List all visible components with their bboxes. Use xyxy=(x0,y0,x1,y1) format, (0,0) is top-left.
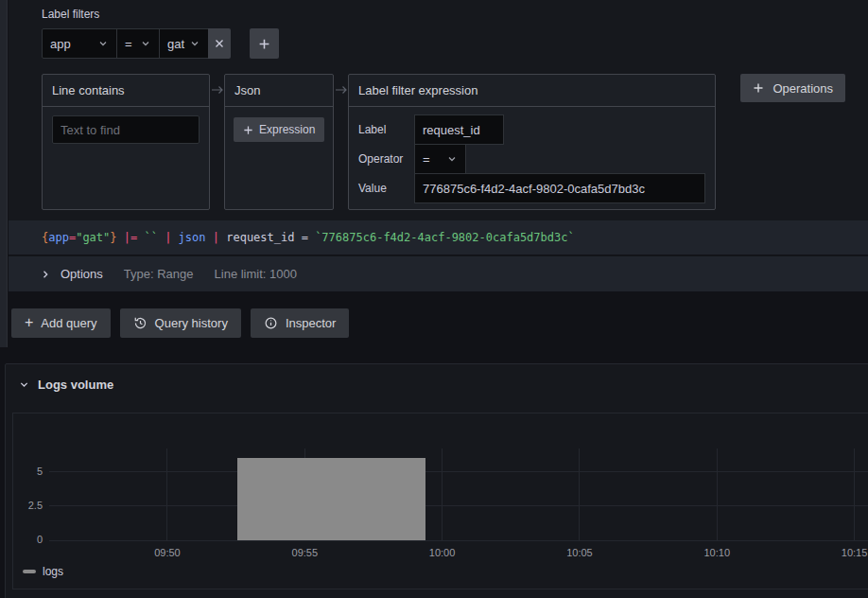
query-token: json xyxy=(179,231,206,244)
query-options-row[interactable]: Options Type: Range Line limit: 1000 xyxy=(9,255,868,291)
x-gridline xyxy=(442,448,443,540)
raw-query-band: {app="gat"} |= `` | json | request_id = … xyxy=(9,220,868,255)
label-field-input[interactable]: request_id xyxy=(414,114,504,145)
plus-icon: + xyxy=(25,315,33,330)
pipeline-arrow-icon xyxy=(210,74,224,106)
pipeline-arrow-icon xyxy=(334,74,348,106)
logs-volume-header[interactable]: Logs volume xyxy=(19,378,113,392)
chart-legend[interactable]: logs xyxy=(23,565,63,578)
label-operator-value: = xyxy=(125,37,132,51)
value-field-label: Value xyxy=(358,182,414,195)
value-field-row: Value 776875c6-f4d2-4acf-9802-0cafa5d7bd… xyxy=(358,173,705,203)
operation-card-json: Json Expression xyxy=(224,74,334,210)
add-operations-button[interactable]: Operations xyxy=(740,74,845,102)
chevron-down-icon xyxy=(189,38,200,49)
x-axis-tick-label: 09:50 xyxy=(154,547,181,558)
query-token: |= xyxy=(124,231,137,244)
operator-select[interactable]: = xyxy=(414,144,466,174)
query-token: "gat" xyxy=(76,231,110,244)
query-editor-section: Label filters app = gat Line xyxy=(0,0,868,347)
query-token xyxy=(117,231,124,244)
operator-field-row: Operator = xyxy=(358,144,705,174)
add-expression-button[interactable]: Expression xyxy=(234,117,324,142)
close-icon xyxy=(214,38,225,49)
query-token xyxy=(171,231,178,244)
query-row-gutter xyxy=(0,0,8,347)
label-name-value: app xyxy=(50,37,71,51)
label-value-select[interactable]: gat xyxy=(159,28,209,59)
y-gridline xyxy=(49,471,868,472)
x-gridline xyxy=(166,448,167,540)
query-token xyxy=(206,231,213,244)
chevron-down-icon xyxy=(97,38,109,49)
label-value-value: gat xyxy=(167,37,184,51)
legend-series-marker xyxy=(23,570,36,573)
query-builder: Label filters app = gat Line xyxy=(9,0,868,220)
panel-title: Logs volume xyxy=(38,378,113,392)
query-token: app xyxy=(48,231,69,244)
label-operator-select[interactable]: = xyxy=(116,28,160,59)
plus-icon xyxy=(243,125,253,135)
options-type: Type: Range xyxy=(124,267,194,281)
chevron-down-icon xyxy=(446,153,458,165)
plus-icon xyxy=(258,38,270,50)
operation-card-label-filter-expression: Label filter expression Label request_id… xyxy=(348,74,716,210)
x-axis-tick-label: 10:00 xyxy=(429,547,456,558)
x-axis-tick-label: 10:15 xyxy=(842,547,868,558)
logs-volume-panel: Logs volume logs 02.5509:5009:5510:0010:… xyxy=(5,363,868,598)
query-token: `` xyxy=(144,231,157,244)
logs-volume-bar[interactable] xyxy=(237,458,425,540)
y-gridline xyxy=(49,505,868,506)
remove-label-filter-button[interactable] xyxy=(208,28,231,59)
label-field-label: Label xyxy=(358,123,414,136)
inspector-button[interactable]: Inspector xyxy=(251,308,349,338)
logs-volume-chart[interactable]: logs 02.5509:5009:5510:0010:0510:1010:15 xyxy=(12,413,868,589)
operation-pipeline: Line contains Json Expression xyxy=(42,74,716,210)
query-token: request_id xyxy=(226,231,294,244)
info-icon xyxy=(264,316,278,330)
x-axis-tick-label: 09:55 xyxy=(292,547,319,558)
x-gridline xyxy=(854,448,855,540)
label-field-row: Label request_id xyxy=(358,114,705,145)
x-axis-tick-label: 10:10 xyxy=(703,547,730,558)
explore-toolbar: + Add query Query history Inspector xyxy=(11,308,349,338)
y-axis-tick-label: 0 xyxy=(13,534,43,545)
query-token: | xyxy=(213,231,219,244)
label-filter-row: app = gat xyxy=(42,28,279,59)
query-token: `776875c6-f4d2-4acf-9802-0cafa5d7bd3c` xyxy=(315,231,575,244)
query-token: } xyxy=(110,231,116,244)
raw-query-text[interactable]: {app="gat"} |= `` | json | request_id = … xyxy=(42,220,860,255)
y-gridline xyxy=(49,540,868,541)
line-contains-input[interactable] xyxy=(52,115,200,144)
label-filters-title: Label filters xyxy=(42,8,99,21)
chevron-right-icon xyxy=(41,270,50,279)
chevron-down-icon xyxy=(140,38,151,49)
x-gridline xyxy=(717,448,718,540)
add-query-button[interactable]: + Add query xyxy=(11,308,111,338)
y-axis-tick-label: 2.5 xyxy=(13,500,43,511)
plot-area xyxy=(49,448,868,540)
y-axis-tick-label: 5 xyxy=(13,466,43,477)
chevron-down-icon xyxy=(19,379,29,390)
x-gridline xyxy=(579,448,580,540)
label-name-select[interactable]: app xyxy=(42,28,117,59)
query-token: = xyxy=(294,231,315,244)
options-title: Options xyxy=(61,267,103,281)
legend-series-label: logs xyxy=(43,565,63,578)
query-history-button[interactable]: Query history xyxy=(120,308,241,338)
operation-card-line-contains: Line contains xyxy=(42,74,210,210)
operation-card-title: Json xyxy=(225,75,333,107)
operation-card-title: Label filter expression xyxy=(349,75,715,107)
value-field-input[interactable]: 776875c6-f4d2-4acf-9802-0cafa5d7bd3c xyxy=(414,173,705,203)
operation-card-title: Line contains xyxy=(43,75,209,107)
plus-icon xyxy=(753,82,764,94)
history-icon xyxy=(133,316,148,330)
x-axis-tick-label: 10:05 xyxy=(566,547,593,558)
operator-field-label: Operator xyxy=(358,152,414,166)
add-label-filter-button[interactable] xyxy=(250,28,279,59)
options-line-limit: Line limit: 1000 xyxy=(215,267,297,281)
